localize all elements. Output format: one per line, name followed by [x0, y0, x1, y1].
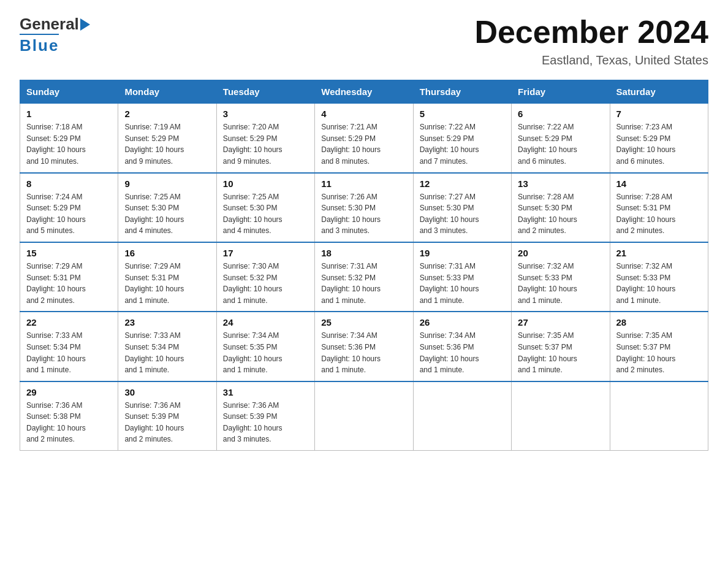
logo-blue-text: Blue [20, 34, 59, 55]
week-row-1: 1Sunrise: 7:18 AMSunset: 5:29 PMDaylight… [20, 104, 708, 173]
table-cell: 31Sunrise: 7:36 AMSunset: 5:39 PMDayligh… [216, 381, 314, 451]
day-info: Sunrise: 7:30 AMSunset: 5:32 PMDaylight:… [223, 261, 308, 306]
day-info: Sunrise: 7:32 AMSunset: 5:33 PMDaylight:… [518, 261, 603, 306]
day-number: 27 [518, 317, 603, 327]
table-cell: 16Sunrise: 7:29 AMSunset: 5:31 PMDayligh… [118, 242, 216, 312]
logo-arrow-icon [80, 18, 90, 31]
day-info: Sunrise: 7:25 AMSunset: 5:30 PMDaylight:… [124, 191, 210, 237]
day-info: Sunrise: 7:35 AMSunset: 5:37 PMDaylight:… [616, 330, 702, 375]
table-cell: 1Sunrise: 7:18 AMSunset: 5:29 PMDaylight… [20, 104, 118, 173]
day-number: 10 [223, 178, 308, 189]
day-info: Sunrise: 7:20 AMSunset: 5:29 PMDaylight:… [223, 121, 308, 167]
day-number: 15 [26, 248, 112, 258]
table-cell: 14Sunrise: 7:28 AMSunset: 5:31 PMDayligh… [610, 173, 708, 242]
table-cell: 29Sunrise: 7:36 AMSunset: 5:38 PMDayligh… [20, 381, 118, 451]
table-cell: 6Sunrise: 7:22 AMSunset: 5:29 PMDaylight… [512, 104, 610, 173]
week-row-4: 22Sunrise: 7:33 AMSunset: 5:34 PMDayligh… [20, 312, 708, 381]
table-cell: 27Sunrise: 7:35 AMSunset: 5:37 PMDayligh… [512, 312, 610, 381]
table-cell [413, 381, 511, 451]
table-cell: 4Sunrise: 7:21 AMSunset: 5:29 PMDaylight… [315, 104, 413, 173]
day-info: Sunrise: 7:31 AMSunset: 5:32 PMDaylight:… [321, 261, 406, 306]
table-cell: 5Sunrise: 7:22 AMSunset: 5:29 PMDaylight… [413, 104, 511, 173]
table-cell: 19Sunrise: 7:31 AMSunset: 5:33 PMDayligh… [413, 242, 511, 312]
day-number: 29 [26, 387, 112, 397]
table-cell: 30Sunrise: 7:36 AMSunset: 5:39 PMDayligh… [118, 381, 216, 451]
day-info: Sunrise: 7:28 AMSunset: 5:31 PMDaylight:… [616, 191, 702, 237]
week-row-3: 15Sunrise: 7:29 AMSunset: 5:31 PMDayligh… [20, 242, 708, 312]
day-info: Sunrise: 7:34 AMSunset: 5:36 PMDaylight:… [321, 330, 406, 375]
day-info: Sunrise: 7:36 AMSunset: 5:39 PMDaylight:… [124, 400, 210, 445]
day-info: Sunrise: 7:35 AMSunset: 5:37 PMDaylight:… [518, 330, 603, 375]
day-number: 22 [26, 317, 112, 327]
table-cell: 8Sunrise: 7:24 AMSunset: 5:29 PMDaylight… [20, 173, 118, 242]
week-row-2: 8Sunrise: 7:24 AMSunset: 5:29 PMDaylight… [20, 173, 708, 242]
day-number: 14 [616, 178, 702, 189]
table-cell: 22Sunrise: 7:33 AMSunset: 5:34 PMDayligh… [20, 312, 118, 381]
month-year-title: December 2024 [474, 15, 708, 50]
day-info: Sunrise: 7:22 AMSunset: 5:29 PMDaylight:… [518, 121, 603, 167]
day-info: Sunrise: 7:19 AMSunset: 5:29 PMDaylight:… [124, 121, 210, 167]
table-cell: 2Sunrise: 7:19 AMSunset: 5:29 PMDaylight… [118, 104, 216, 173]
day-number: 4 [321, 109, 406, 119]
table-cell: 17Sunrise: 7:30 AMSunset: 5:32 PMDayligh… [216, 242, 314, 312]
day-number: 28 [616, 317, 702, 327]
day-info: Sunrise: 7:33 AMSunset: 5:34 PMDaylight:… [26, 330, 112, 375]
table-cell: 3Sunrise: 7:20 AMSunset: 5:29 PMDaylight… [216, 104, 314, 173]
day-number: 1 [26, 109, 112, 119]
day-number: 6 [518, 109, 603, 119]
table-cell [610, 381, 708, 451]
day-info: Sunrise: 7:24 AMSunset: 5:29 PMDaylight:… [26, 191, 112, 237]
day-number: 21 [616, 248, 702, 258]
table-cell: 10Sunrise: 7:25 AMSunset: 5:30 PMDayligh… [216, 173, 314, 242]
header-friday: Friday [512, 80, 610, 104]
day-info: Sunrise: 7:29 AMSunset: 5:31 PMDaylight:… [26, 261, 112, 306]
location-subtitle: Eastland, Texas, United States [474, 53, 708, 67]
weekday-header-row: Sunday Monday Tuesday Wednesday Thursday… [20, 80, 708, 104]
day-info: Sunrise: 7:21 AMSunset: 5:29 PMDaylight:… [321, 121, 406, 167]
title-area: December 2024 Eastland, Texas, United St… [474, 15, 708, 67]
day-number: 19 [420, 248, 505, 258]
day-number: 11 [321, 178, 406, 189]
day-number: 30 [124, 387, 210, 397]
day-info: Sunrise: 7:28 AMSunset: 5:30 PMDaylight:… [518, 191, 603, 237]
week-row-5: 29Sunrise: 7:36 AMSunset: 5:38 PMDayligh… [20, 381, 708, 451]
header-thursday: Thursday [413, 80, 511, 104]
day-number: 12 [420, 178, 505, 189]
day-number: 2 [124, 109, 210, 119]
calendar-table: Sunday Monday Tuesday Wednesday Thursday… [20, 80, 708, 451]
day-info: Sunrise: 7:34 AMSunset: 5:35 PMDaylight:… [223, 330, 308, 375]
table-cell [315, 381, 413, 451]
day-number: 20 [518, 248, 603, 258]
day-info: Sunrise: 7:29 AMSunset: 5:31 PMDaylight:… [124, 261, 210, 306]
day-number: 24 [223, 317, 308, 327]
table-cell: 15Sunrise: 7:29 AMSunset: 5:31 PMDayligh… [20, 242, 118, 312]
table-cell: 21Sunrise: 7:32 AMSunset: 5:33 PMDayligh… [610, 242, 708, 312]
day-number: 8 [26, 178, 112, 189]
day-number: 18 [321, 248, 406, 258]
table-cell [512, 381, 610, 451]
day-info: Sunrise: 7:36 AMSunset: 5:38 PMDaylight:… [26, 400, 112, 445]
day-number: 31 [223, 387, 308, 397]
table-cell: 24Sunrise: 7:34 AMSunset: 5:35 PMDayligh… [216, 312, 314, 381]
table-cell: 20Sunrise: 7:32 AMSunset: 5:33 PMDayligh… [512, 242, 610, 312]
table-cell: 23Sunrise: 7:33 AMSunset: 5:34 PMDayligh… [118, 312, 216, 381]
day-info: Sunrise: 7:18 AMSunset: 5:29 PMDaylight:… [26, 121, 112, 167]
day-number: 5 [420, 109, 505, 119]
header-sunday: Sunday [20, 80, 118, 104]
day-info: Sunrise: 7:25 AMSunset: 5:30 PMDaylight:… [223, 191, 308, 237]
logo-line1: General [20, 15, 91, 34]
table-cell: 13Sunrise: 7:28 AMSunset: 5:30 PMDayligh… [512, 173, 610, 242]
day-number: 9 [124, 178, 210, 189]
day-info: Sunrise: 7:34 AMSunset: 5:36 PMDaylight:… [420, 330, 505, 375]
day-number: 3 [223, 109, 308, 119]
table-cell: 11Sunrise: 7:26 AMSunset: 5:30 PMDayligh… [315, 173, 413, 242]
header-saturday: Saturday [610, 80, 708, 104]
day-info: Sunrise: 7:32 AMSunset: 5:33 PMDaylight:… [616, 261, 702, 306]
table-cell: 28Sunrise: 7:35 AMSunset: 5:37 PMDayligh… [610, 312, 708, 381]
logo: General Blue [20, 15, 91, 55]
logo-general-text: General [20, 15, 79, 34]
header-tuesday: Tuesday [216, 80, 314, 104]
header: General Blue December 2024 Eastland, Tex… [20, 15, 708, 67]
day-info: Sunrise: 7:27 AMSunset: 5:30 PMDaylight:… [420, 191, 505, 237]
table-cell: 25Sunrise: 7:34 AMSunset: 5:36 PMDayligh… [315, 312, 413, 381]
